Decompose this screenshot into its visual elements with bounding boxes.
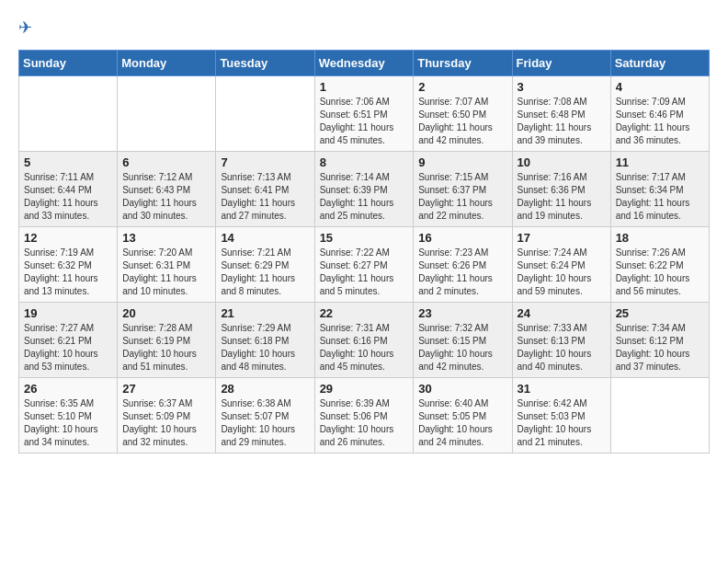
day-number: 21 <box>221 306 309 320</box>
day-number: 18 <box>616 231 704 245</box>
cell-content: Sunrise: 7:32 AMSunset: 6:15 PMDaylight:… <box>418 322 506 373</box>
calendar-cell: 23Sunrise: 7:32 AMSunset: 6:15 PMDayligh… <box>414 303 512 378</box>
calendar-week-row: 12Sunrise: 7:19 AMSunset: 6:32 PMDayligh… <box>19 227 710 303</box>
cell-content: Sunrise: 7:16 AMSunset: 6:36 PMDaylight:… <box>518 171 606 223</box>
day-of-week-header: Saturday <box>610 51 709 76</box>
day-number: 14 <box>221 231 309 245</box>
cell-content: Sunrise: 7:28 AMSunset: 6:19 PMDaylight:… <box>122 322 210 373</box>
calendar-cell <box>610 378 709 454</box>
day-number: 19 <box>24 306 112 320</box>
day-number: 27 <box>122 382 210 396</box>
day-number: 22 <box>320 306 409 320</box>
cell-content: Sunrise: 6:38 AMSunset: 5:07 PMDaylight:… <box>221 397 309 449</box>
calendar-cell: 1Sunrise: 7:06 AMSunset: 6:51 PMDaylight… <box>314 76 414 152</box>
cell-content: Sunrise: 7:17 AMSunset: 6:34 PMDaylight:… <box>616 171 704 223</box>
day-of-week-header: Thursday <box>414 51 512 76</box>
cell-content: Sunrise: 7:19 AMSunset: 6:32 PMDaylight:… <box>24 247 112 298</box>
day-number: 10 <box>518 155 606 169</box>
day-number: 5 <box>24 155 112 169</box>
calendar-cell: 28Sunrise: 6:38 AMSunset: 5:07 PMDayligh… <box>216 378 314 454</box>
calendar-cell: 27Sunrise: 6:37 AMSunset: 5:09 PMDayligh… <box>118 378 216 454</box>
calendar-cell: 5Sunrise: 7:11 AMSunset: 6:44 PMDaylight… <box>19 152 118 227</box>
cell-content: Sunrise: 6:35 AMSunset: 5:10 PMDaylight:… <box>24 397 112 449</box>
cell-content: Sunrise: 7:29 AMSunset: 6:18 PMDaylight:… <box>221 322 309 373</box>
cell-content: Sunrise: 7:07 AMSunset: 6:50 PMDaylight:… <box>418 96 506 147</box>
day-number: 4 <box>616 80 704 94</box>
calendar-cell: 8Sunrise: 7:14 AMSunset: 6:39 PMDaylight… <box>314 152 414 227</box>
page-header: ✈ <box>18 18 710 40</box>
cell-content: Sunrise: 6:39 AMSunset: 5:06 PMDaylight:… <box>320 397 409 449</box>
calendar-cell: 26Sunrise: 6:35 AMSunset: 5:10 PMDayligh… <box>19 378 118 454</box>
calendar-cell: 31Sunrise: 6:42 AMSunset: 5:03 PMDayligh… <box>512 378 610 454</box>
cell-content: Sunrise: 6:40 AMSunset: 5:05 PMDaylight:… <box>418 397 506 449</box>
cell-content: Sunrise: 7:31 AMSunset: 6:16 PMDaylight:… <box>320 322 409 373</box>
calendar-cell: 13Sunrise: 7:20 AMSunset: 6:31 PMDayligh… <box>118 227 216 303</box>
calendar-cell: 4Sunrise: 7:09 AMSunset: 6:46 PMDaylight… <box>610 76 709 152</box>
logo: ✈ <box>18 18 44 40</box>
day-number: 26 <box>24 382 112 396</box>
day-number: 30 <box>418 382 506 396</box>
day-of-week-header: Wednesday <box>314 51 414 76</box>
day-number: 31 <box>518 382 606 396</box>
cell-content: Sunrise: 7:09 AMSunset: 6:46 PMDaylight:… <box>616 96 704 147</box>
calendar-cell: 11Sunrise: 7:17 AMSunset: 6:34 PMDayligh… <box>610 152 709 227</box>
cell-content: Sunrise: 7:14 AMSunset: 6:39 PMDaylight:… <box>320 171 409 223</box>
cell-content: Sunrise: 7:12 AMSunset: 6:43 PMDaylight:… <box>122 171 210 223</box>
calendar-cell: 20Sunrise: 7:28 AMSunset: 6:19 PMDayligh… <box>118 303 216 378</box>
calendar-cell: 29Sunrise: 6:39 AMSunset: 5:06 PMDayligh… <box>314 378 414 454</box>
calendar-cell: 10Sunrise: 7:16 AMSunset: 6:36 PMDayligh… <box>512 152 610 227</box>
day-number: 17 <box>518 231 606 245</box>
day-number: 16 <box>418 231 506 245</box>
cell-content: Sunrise: 7:06 AMSunset: 6:51 PMDaylight:… <box>320 96 409 147</box>
cell-content: Sunrise: 7:23 AMSunset: 6:26 PMDaylight:… <box>418 247 506 298</box>
day-number: 13 <box>122 231 210 245</box>
calendar-cell <box>118 76 216 152</box>
calendar-cell: 18Sunrise: 7:26 AMSunset: 6:22 PMDayligh… <box>610 227 709 303</box>
cell-content: Sunrise: 7:13 AMSunset: 6:41 PMDaylight:… <box>221 171 309 223</box>
calendar-week-row: 26Sunrise: 6:35 AMSunset: 5:10 PMDayligh… <box>19 378 710 454</box>
calendar-cell: 3Sunrise: 7:08 AMSunset: 6:48 PMDaylight… <box>512 76 610 152</box>
calendar-week-row: 5Sunrise: 7:11 AMSunset: 6:44 PMDaylight… <box>19 152 710 227</box>
day-of-week-header: Monday <box>118 51 216 76</box>
calendar-cell <box>216 76 314 152</box>
cell-content: Sunrise: 7:33 AMSunset: 6:13 PMDaylight:… <box>518 322 606 373</box>
calendar-cell: 6Sunrise: 7:12 AMSunset: 6:43 PMDaylight… <box>118 152 216 227</box>
calendar-cell: 16Sunrise: 7:23 AMSunset: 6:26 PMDayligh… <box>414 227 512 303</box>
svg-text:✈: ✈ <box>18 18 32 37</box>
day-number: 15 <box>320 231 409 245</box>
cell-content: Sunrise: 6:42 AMSunset: 5:03 PMDaylight:… <box>518 397 606 449</box>
day-of-week-header: Friday <box>512 51 610 76</box>
calendar-header-row: SundayMondayTuesdayWednesdayThursdayFrid… <box>19 51 710 76</box>
day-of-week-header: Sunday <box>19 51 118 76</box>
day-number: 6 <box>122 155 210 169</box>
cell-content: Sunrise: 7:21 AMSunset: 6:29 PMDaylight:… <box>221 247 309 298</box>
cell-content: Sunrise: 7:34 AMSunset: 6:12 PMDaylight:… <box>616 322 704 373</box>
cell-content: Sunrise: 7:22 AMSunset: 6:27 PMDaylight:… <box>320 247 409 298</box>
day-number: 1 <box>320 80 409 94</box>
calendar-cell: 24Sunrise: 7:33 AMSunset: 6:13 PMDayligh… <box>512 303 610 378</box>
day-number: 9 <box>418 155 506 169</box>
calendar-week-row: 1Sunrise: 7:06 AMSunset: 6:51 PMDaylight… <box>19 76 710 152</box>
cell-content: Sunrise: 7:08 AMSunset: 6:48 PMDaylight:… <box>518 96 606 147</box>
calendar-cell: 9Sunrise: 7:15 AMSunset: 6:37 PMDaylight… <box>414 152 512 227</box>
day-of-week-header: Tuesday <box>216 51 314 76</box>
day-number: 12 <box>24 231 112 245</box>
calendar-cell: 22Sunrise: 7:31 AMSunset: 6:16 PMDayligh… <box>314 303 414 378</box>
day-number: 23 <box>418 306 506 320</box>
day-number: 3 <box>518 80 606 94</box>
day-number: 11 <box>616 155 704 169</box>
cell-content: Sunrise: 6:37 AMSunset: 5:09 PMDaylight:… <box>122 397 210 449</box>
calendar-cell <box>19 76 118 152</box>
day-number: 2 <box>418 80 506 94</box>
cell-content: Sunrise: 7:11 AMSunset: 6:44 PMDaylight:… <box>24 171 112 223</box>
day-number: 20 <box>122 306 210 320</box>
day-number: 7 <box>221 155 309 169</box>
calendar-cell: 15Sunrise: 7:22 AMSunset: 6:27 PMDayligh… <box>314 227 414 303</box>
cell-content: Sunrise: 7:24 AMSunset: 6:24 PMDaylight:… <box>518 247 606 298</box>
calendar-cell: 12Sunrise: 7:19 AMSunset: 6:32 PMDayligh… <box>19 227 118 303</box>
calendar-cell: 17Sunrise: 7:24 AMSunset: 6:24 PMDayligh… <box>512 227 610 303</box>
logo-icon: ✈ <box>18 18 40 40</box>
calendar-cell: 30Sunrise: 6:40 AMSunset: 5:05 PMDayligh… <box>414 378 512 454</box>
cell-content: Sunrise: 7:20 AMSunset: 6:31 PMDaylight:… <box>122 247 210 298</box>
day-number: 24 <box>518 306 606 320</box>
